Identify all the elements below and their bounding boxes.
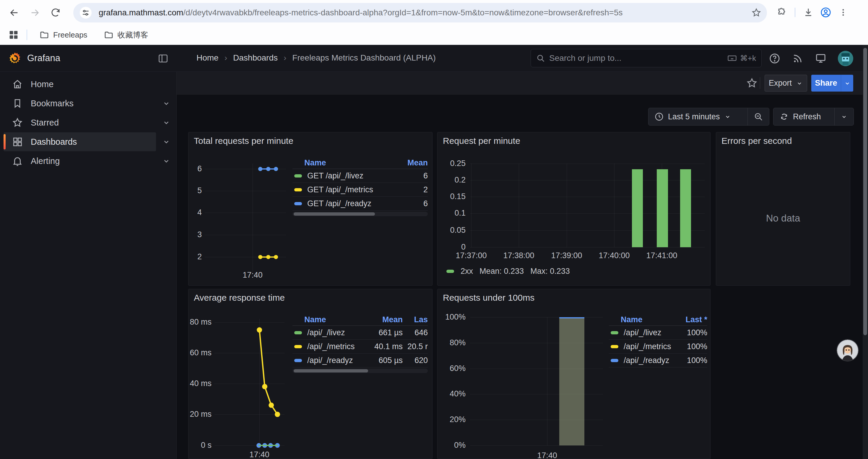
y-tick: 80% <box>438 338 466 347</box>
series-name[interactable]: GET /api/_/livez <box>307 171 363 181</box>
forward-button[interactable] <box>28 6 42 20</box>
series-name[interactable]: /api/_/livez <box>307 328 345 337</box>
user-avatar[interactable] <box>838 51 853 66</box>
series-last: 646 <box>403 328 428 337</box>
table-row: /api/_/livez 100% <box>609 326 707 340</box>
menu-kebab-icon[interactable] <box>836 8 851 17</box>
apps-grid-icon[interactable] <box>8 29 20 41</box>
series-name[interactable]: /api/_/livez <box>624 328 661 337</box>
refresh-interval-button[interactable] <box>835 108 854 125</box>
panel-title[interactable]: Total requests per minute <box>194 136 293 146</box>
series-name[interactable]: GET /api/_/metrics <box>307 185 373 194</box>
time-range-button[interactable]: Last 5 minutes <box>649 108 747 125</box>
panel-average-response-time: Average response time 80 ms 60 ms 40 ms … <box>188 289 433 459</box>
x-tick: 17:40 <box>529 451 565 459</box>
sidebar-collapse-icon[interactable] <box>158 53 168 64</box>
floating-avatar-widget[interactable] <box>837 340 858 361</box>
series-name[interactable]: /api/_/readyz <box>307 356 353 365</box>
col-name[interactable]: Name <box>292 315 369 324</box>
dashboard-actions-bar: Export Share <box>177 72 868 95</box>
table-scrollbar[interactable] <box>292 369 428 373</box>
col-mean[interactable]: Mean <box>401 158 428 167</box>
search-input[interactable] <box>549 54 727 63</box>
no-data-message: No data <box>716 213 850 224</box>
legend-series[interactable]: 2xx <box>461 267 473 276</box>
col-mean[interactable]: Mean <box>369 315 403 324</box>
panel-legend-table: Name Last * /api/_/livez 100% /api/_/met… <box>609 314 707 367</box>
breadcrumb-home[interactable]: Home <box>196 53 219 63</box>
export-button[interactable]: Export <box>765 75 807 92</box>
y-tick: 60% <box>438 364 466 373</box>
scrollbar-thumb[interactable] <box>294 212 375 216</box>
table-header: Name Mean <box>292 157 428 169</box>
sidebar-item-label: Alerting <box>31 156 60 166</box>
favorite-star-icon[interactable] <box>746 77 758 89</box>
bookmarks-divider <box>27 30 27 40</box>
site-settings-icon[interactable] <box>80 7 92 19</box>
sidebar-item-alerting[interactable]: Alerting <box>4 152 156 170</box>
breadcrumb: Home › Dashboards › Freeleaps Metrics Da… <box>196 53 436 63</box>
monitor-icon[interactable] <box>814 52 827 65</box>
extensions-icon[interactable] <box>774 7 789 18</box>
page-scrollbar-thumb[interactable] <box>863 48 867 335</box>
profile-icon[interactable] <box>816 7 836 18</box>
y-tick: 0.15 <box>438 192 466 201</box>
series-name[interactable]: /api/_/metrics <box>307 342 355 351</box>
refresh-button[interactable]: Refresh <box>773 108 834 125</box>
table-row: /api/_/readyz 605 µs 620 <box>292 354 428 367</box>
breadcrumb-dashboards[interactable]: Dashboards <box>233 53 278 63</box>
refresh-label: Refresh <box>793 112 821 121</box>
chevron-down-icon[interactable] <box>162 118 171 127</box>
url-bar[interactable]: grafana.mathmast.com/d/deytv4rwavabkb/fr… <box>73 3 767 23</box>
col-name[interactable]: Name <box>609 315 679 324</box>
share-dropdown-button[interactable] <box>841 75 853 92</box>
news-rss-icon[interactable] <box>791 52 804 65</box>
series-chip <box>294 188 302 191</box>
line-chart[interactable] <box>205 163 286 270</box>
y-tick: 0 <box>438 242 466 252</box>
download-icon[interactable] <box>801 7 816 18</box>
sidebar-item-starred[interactable]: Starred <box>4 113 156 132</box>
chevron-down-icon[interactable] <box>162 99 171 108</box>
series-last: 100% <box>679 328 707 337</box>
chevron-down-icon[interactable] <box>162 137 171 146</box>
area-chart[interactable] <box>470 317 603 446</box>
sidebar-item-dashboards[interactable]: Dashboards <box>4 132 156 151</box>
breadcrumb-current: Freeleaps Metrics Dashboard (ALPHA) <box>292 53 436 63</box>
grafana-logo[interactable] <box>8 52 21 65</box>
toolbar-right <box>774 4 851 21</box>
panel-title[interactable]: Request per minute <box>443 136 520 146</box>
col-last[interactable]: Las <box>403 315 428 324</box>
bookmark-folder-blogs[interactable]: 收藏博客 <box>98 28 154 42</box>
bookmark-folder-freeleaps[interactable]: Freeleaps <box>34 28 93 42</box>
col-name[interactable]: Name <box>292 158 401 167</box>
series-chip <box>611 345 618 348</box>
zoom-out-button[interactable] <box>748 108 769 125</box>
reload-button[interactable] <box>49 6 62 20</box>
bar-chart[interactable] <box>470 164 705 247</box>
scrollbar-thumb[interactable] <box>294 369 368 372</box>
col-last[interactable]: Last * <box>679 315 707 324</box>
sidebar-item-home[interactable]: Home <box>4 75 156 94</box>
series-last: 100% <box>679 342 707 351</box>
panel-title[interactable]: Average response time <box>194 293 285 303</box>
search-box[interactable]: ⌘+k <box>531 49 762 67</box>
panel-legend-table: Name Mean Las /api/_/livez 661 µs 646 /a… <box>292 314 428 367</box>
share-button[interactable]: Share <box>811 75 841 92</box>
sidebar-item-bookmarks[interactable]: Bookmarks <box>4 94 156 113</box>
line-chart[interactable] <box>214 319 284 458</box>
help-icon[interactable] <box>768 52 781 65</box>
panel-title[interactable]: Requests under 100ms <box>443 293 534 303</box>
bookmark-star-icon[interactable] <box>748 4 765 21</box>
bookmark-label: Freeleaps <box>53 30 88 40</box>
panel-title[interactable]: Errors per second <box>721 136 792 146</box>
chevron-down-icon[interactable] <box>162 157 171 165</box>
table-scrollbar[interactable] <box>292 212 428 216</box>
series-mean: 605 µs <box>369 356 403 365</box>
y-tick: 0.1 <box>438 208 466 218</box>
back-button[interactable] <box>7 6 21 20</box>
series-name[interactable]: /api/_/metrics <box>624 342 671 351</box>
series-name[interactable]: GET /api/_/readyz <box>307 199 371 208</box>
series-name[interactable]: /api/_/readyz <box>624 356 670 365</box>
x-tick: 17:40 <box>242 450 277 459</box>
